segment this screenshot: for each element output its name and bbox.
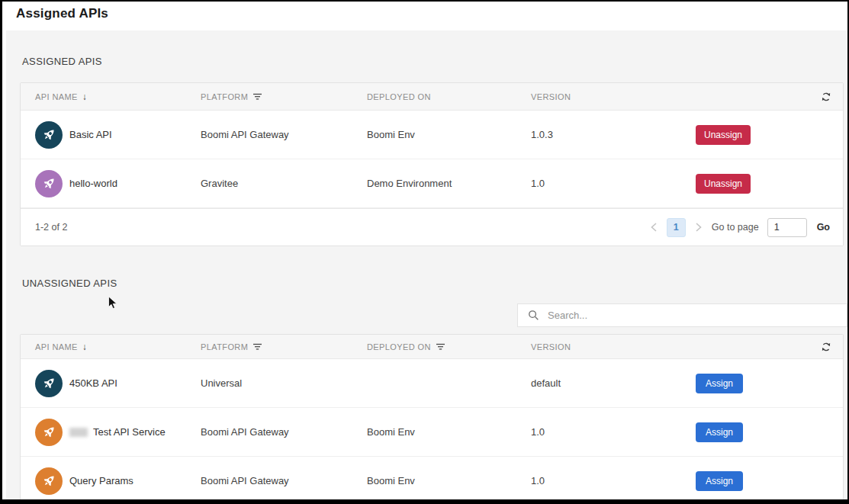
- search-input[interactable]: [546, 309, 847, 322]
- version-cell: default: [531, 377, 673, 389]
- column-label: DEPLOYED ON: [367, 342, 431, 352]
- rocket-icon: [41, 127, 57, 143]
- column-label: PLATFORM: [201, 342, 248, 352]
- api-avatar: [35, 419, 63, 446]
- page-title: Assigned APIs: [16, 6, 108, 21]
- platform-cell: Universal: [201, 377, 367, 389]
- rocket-icon: [41, 375, 57, 391]
- assign-button[interactable]: Assign: [696, 374, 743, 393]
- api-avatar: [35, 370, 63, 397]
- rocket-icon: [41, 473, 57, 489]
- sort-desc-icon: ↓: [82, 92, 87, 101]
- api-avatar: [35, 467, 63, 495]
- column-label: VERSION: [531, 92, 571, 101]
- version-cell: 1.0: [531, 178, 673, 189]
- table-row: hello-worldGraviteeDemo Environment1.0Un…: [21, 159, 843, 208]
- column-label: PLATFORM: [201, 92, 248, 101]
- column-label: DEPLOYED ON: [367, 92, 431, 101]
- api-avatar: [35, 121, 63, 149]
- assigned-apis-page: Assigned APIs ASSIGNED APIS API NAME↓PLA…: [0, 0, 849, 504]
- deployed-on-cell: Boomi Env: [367, 475, 531, 486]
- version-cell: 1.0.3: [531, 129, 673, 140]
- rocket-icon: [41, 175, 57, 191]
- table-row: 450KB APIUniversaldefaultAssign: [21, 359, 843, 408]
- search-bar: [517, 303, 847, 327]
- platform-cell: Boomi API Gateway: [201, 129, 367, 140]
- column-header-platform[interactable]: PLATFORM: [201, 92, 367, 101]
- pagination-range: 1-2 of 2: [21, 222, 67, 233]
- assigned-apis-table: API NAME↓PLATFORMDEPLOYED ONVERSION Basi…: [20, 82, 844, 246]
- column-header-deployed-on[interactable]: DEPLOYED ON: [367, 92, 531, 101]
- column-header-deployed-on[interactable]: DEPLOYED ON: [367, 342, 531, 352]
- filter-icon: [252, 343, 262, 351]
- filter-icon: [252, 93, 262, 101]
- page-number-input[interactable]: [767, 218, 807, 237]
- assigned-apis-heading: ASSIGNED APIS: [22, 56, 102, 67]
- rocket-icon: [41, 424, 57, 440]
- column-header-version[interactable]: VERSION: [531, 342, 673, 352]
- redacted-text: [69, 428, 88, 437]
- version-cell: 1.0: [531, 475, 673, 486]
- assign-button[interactable]: Assign: [696, 422, 743, 442]
- next-page-button[interactable]: [694, 221, 703, 233]
- api-name: Basic API: [69, 129, 112, 140]
- platform-cell: Boomi API Gateway: [201, 426, 367, 438]
- unassign-button[interactable]: Unassign: [696, 125, 751, 145]
- table-body: Basic APIBoomi API GatewayBoomi Env1.0.3…: [21, 111, 843, 208]
- search-icon: [528, 310, 539, 321]
- column-label: VERSION: [531, 342, 571, 352]
- sort-desc-icon: ↓: [82, 342, 87, 352]
- deployed-on-cell: Boomi Env: [367, 129, 531, 140]
- pagination-bar: 1-2 of 2 1 Go to page Go: [21, 208, 843, 246]
- table-body: 450KB APIUniversaldefaultAssignTest API …: [21, 359, 843, 504]
- api-name: hello-world: [69, 178, 117, 189]
- chevron-right-icon: [696, 223, 702, 232]
- deployed-on-cell: Boomi Env: [367, 426, 531, 438]
- mouse-cursor-icon: [108, 296, 117, 310]
- table-header-row: API NAME↓PLATFORMDEPLOYED ONVERSION: [21, 83, 843, 111]
- refresh-icon[interactable]: [819, 90, 833, 104]
- api-name: Test API Service: [93, 426, 166, 438]
- deployed-on-cell: Demo Environment: [367, 178, 531, 189]
- go-button[interactable]: Go: [815, 220, 831, 234]
- unassign-button[interactable]: Unassign: [696, 174, 751, 194]
- unassigned-apis-table: API NAME↓PLATFORMDEPLOYED ONVERSION 450K…: [20, 334, 844, 504]
- column-label: API NAME: [35, 342, 78, 352]
- chevron-left-icon: [651, 223, 657, 232]
- column-header-platform[interactable]: PLATFORM: [201, 342, 367, 352]
- platform-cell: Boomi API Gateway: [201, 475, 367, 486]
- column-header-version[interactable]: VERSION: [531, 92, 673, 101]
- column-header-api-name[interactable]: API NAME↓: [21, 342, 201, 352]
- table-row: Query ParamsBoomi API GatewayBoomi Env1.…: [21, 457, 843, 504]
- previous-page-button[interactable]: [649, 221, 658, 233]
- pager-controls: 1 Go to page Go: [649, 218, 843, 237]
- refresh-icon[interactable]: [819, 340, 833, 354]
- table-header-row: API NAME↓PLATFORMDEPLOYED ONVERSION: [21, 335, 843, 359]
- unassigned-apis-heading: UNASSIGNED APIS: [22, 278, 117, 289]
- version-cell: 1.0: [531, 426, 673, 438]
- table-row: Basic APIBoomi API GatewayBoomi Env1.0.3…: [21, 111, 843, 159]
- page-number-button[interactable]: 1: [667, 218, 686, 237]
- column-header-api-name[interactable]: API NAME↓: [21, 92, 201, 101]
- api-avatar: [35, 170, 63, 197]
- go-to-page-label: Go to page: [712, 222, 759, 233]
- filter-icon: [436, 343, 445, 351]
- platform-cell: Gravitee: [201, 178, 367, 189]
- assign-button[interactable]: Assign: [696, 471, 743, 491]
- api-name: 450KB API: [69, 377, 117, 389]
- table-row: Test API ServiceBoomi API GatewayBoomi E…: [21, 408, 843, 457]
- column-label: API NAME: [35, 92, 78, 101]
- api-name: Query Params: [69, 475, 133, 486]
